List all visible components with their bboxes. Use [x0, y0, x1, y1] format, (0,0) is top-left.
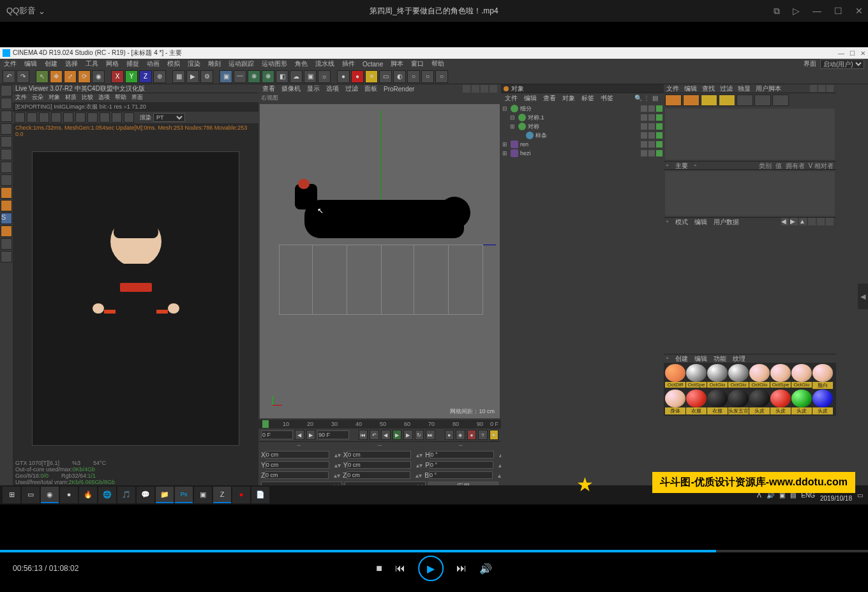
frame-start-input[interactable] — [261, 430, 293, 439]
obj-tag2-icon[interactable] — [656, 150, 662, 156]
taskbar-c4d[interactable]: ◉ — [41, 487, 59, 503]
volume-button[interactable]: 🔊 — [479, 563, 492, 575]
obj-tag-icon[interactable] — [641, 105, 647, 112]
material-item[interactable]: OctDiff — [665, 364, 685, 389]
obj-tag-icon[interactable] — [641, 132, 647, 139]
undo-icon[interactable]: ↶ — [3, 70, 15, 83]
obj-item[interactable]: ⊞ren — [502, 140, 662, 149]
menu-select[interactable]: 选择 — [65, 59, 78, 68]
oct4-icon[interactable]: ○ — [407, 70, 420, 83]
tray-notif-icon[interactable]: ▭ — [857, 492, 863, 499]
coord-sy-input[interactable] — [347, 461, 411, 469]
menu-help[interactable]: 帮助 — [431, 59, 444, 68]
material-item[interactable]: OctGlo — [791, 364, 812, 389]
lv-menu-obj[interactable]: 对象 — [49, 93, 60, 102]
obj-item[interactable]: ⊟细分 — [502, 104, 662, 113]
attr-n2-icon[interactable] — [817, 218, 825, 225]
obj-vis-icon[interactable] — [648, 132, 655, 139]
lv-settings-icon[interactable] — [63, 112, 73, 123]
taskbar-ps[interactable]: Ps — [175, 487, 193, 503]
attr-tab-find[interactable]: 查找 — [702, 84, 715, 93]
lv-refresh-icon[interactable] — [27, 112, 37, 123]
mat-tab-tex[interactable]: 纹理 — [733, 354, 745, 363]
vp-menu-opt[interactable]: 选项 — [326, 84, 339, 93]
obj-tab-file[interactable]: 文件 — [505, 94, 518, 103]
vp-nav3-icon[interactable] — [481, 85, 488, 93]
ai7-icon[interactable] — [772, 95, 789, 106]
vp-menu-pro[interactable]: ProRender — [384, 86, 414, 93]
live-viewer-render[interactable] — [32, 151, 239, 446]
side-toggle-icon[interactable]: ◀ — [858, 284, 868, 309]
texture-mode-icon[interactable] — [1, 110, 12, 122]
obj-tag2-icon[interactable] — [656, 105, 662, 112]
lv-tb1-icon[interactable] — [15, 112, 25, 123]
axis-mode-icon[interactable] — [1, 174, 12, 186]
win-task-icon[interactable]: ▭ — [22, 487, 40, 503]
material-item[interactable]: 头皮 — [812, 390, 833, 414]
obj-vis-icon[interactable] — [648, 141, 655, 148]
prev-button[interactable]: ⏮ — [395, 563, 405, 574]
next-button[interactable]: ⏭ — [456, 563, 467, 574]
material-item[interactable]: 脸白 — [812, 364, 833, 389]
attr-tab-filter[interactable]: 过滤 — [720, 84, 733, 93]
obj-vis-icon[interactable] — [648, 150, 655, 156]
extra-icon[interactable] — [1, 251, 12, 262]
deformer-icon[interactable]: ◧ — [276, 70, 288, 83]
move-tool-icon[interactable]: ✥ — [50, 70, 63, 83]
lv-menu-cloud[interactable]: 云朵 — [32, 93, 43, 102]
material-item[interactable]: 衣服 — [686, 390, 707, 414]
lv-pick-icon[interactable] — [112, 112, 122, 123]
tweak-icon[interactable] — [1, 187, 12, 199]
attr-i2-icon[interactable] — [818, 85, 825, 92]
edge-mode-icon[interactable] — [1, 149, 12, 160]
coord-y-input[interactable] — [266, 461, 329, 469]
timeline-marker[interactable] — [262, 420, 269, 428]
attr-sub-main[interactable]: 主要 — [675, 162, 688, 169]
material-item[interactable]: 头皮 — [749, 390, 770, 414]
effects-icon[interactable]: ▷ — [793, 6, 800, 17]
taskbar-rec[interactable]: ● — [232, 487, 250, 503]
expand-icon[interactable]: ⊞ — [502, 150, 509, 156]
menu-edit[interactable]: 编辑 — [24, 59, 37, 68]
obj-tree[interactable]: ⊟细分⊟对称.1⊞对称样条⊞ren⊞hezi — [501, 103, 664, 493]
menu-anim[interactable]: 动画 — [147, 59, 160, 68]
lv-tb7-icon[interactable] — [87, 112, 98, 123]
select-tool-icon[interactable]: ↖ — [36, 70, 49, 83]
light-icon[interactable]: ☼ — [318, 70, 331, 83]
lv-menu-mat[interactable]: 材质 — [65, 93, 77, 102]
recent-tool-icon[interactable]: ◉ — [92, 70, 105, 83]
taskbar-app8[interactable]: ▣ — [194, 487, 212, 503]
menu-sculpt[interactable]: 雕刻 — [208, 59, 221, 68]
oct-rec-icon[interactable]: ● — [351, 70, 364, 83]
tl-auto-icon[interactable]: ● — [467, 430, 477, 440]
tl-rec-icon[interactable]: ● — [445, 430, 454, 440]
lv-pause-icon[interactable] — [39, 112, 49, 123]
vp-menu-disp[interactable]: 显示 — [307, 84, 320, 93]
oct-sun-icon[interactable]: ☀ — [365, 70, 378, 83]
viewport-3d[interactable]: ↖ 网格间距：10 cm — [260, 104, 500, 418]
taskbar-app2[interactable]: ● — [60, 487, 78, 503]
tweak2-icon[interactable] — [1, 200, 12, 211]
env-icon[interactable]: ☁ — [290, 70, 303, 83]
material-item[interactable]: 头皮 — [770, 390, 791, 414]
tl-end-icon[interactable]: ⏭ — [426, 430, 435, 440]
obj-tab-obj[interactable]: 对象 — [562, 94, 575, 103]
menu-snap[interactable]: 捕捉 — [126, 59, 139, 68]
attr-up-icon[interactable]: ▲ — [799, 218, 807, 225]
material-item[interactable]: 头发五官 — [728, 390, 749, 414]
c4d-close-icon[interactable]: ✕ — [860, 50, 865, 57]
attr-col-val[interactable]: 值 — [775, 162, 782, 169]
attr-edit[interactable]: 编辑 — [694, 218, 707, 226]
make-editable-icon[interactable] — [1, 85, 12, 96]
generator-icon[interactable]: ❋ — [248, 70, 260, 83]
vp-menu-cam[interactable]: 摄像机 — [281, 84, 301, 93]
lv-render-mode[interactable]: PT — [153, 113, 185, 122]
attr-col-rel[interactable]: V 相对者 — [809, 162, 834, 169]
lv-tb8-icon[interactable] — [100, 112, 110, 123]
obj-item[interactable]: ⊞对称 — [502, 122, 662, 131]
obj-tag-icon[interactable] — [641, 114, 647, 121]
coord-h-input[interactable] — [430, 451, 494, 459]
obj-vis-icon[interactable] — [648, 114, 655, 121]
tl-loop-icon[interactable]: ↻ — [415, 430, 424, 440]
tl-help-icon[interactable]: ? — [478, 430, 488, 440]
